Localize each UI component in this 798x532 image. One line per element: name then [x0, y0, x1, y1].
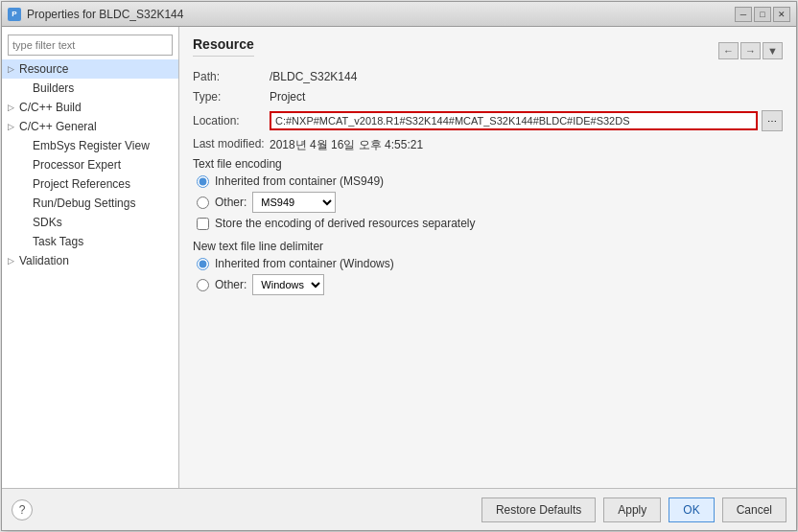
- delimiter-radio2-row: Other: WindowsUnixMac: [193, 274, 783, 295]
- derived-encoding-label: Store the encoding of derived resources …: [215, 217, 476, 230]
- tree-label-proj_refs: Project References: [33, 177, 173, 191]
- tree-label-embsys: EmbSys Register View: [33, 139, 173, 152]
- apply-button[interactable]: Apply: [603, 497, 661, 522]
- ok-button[interactable]: OK: [669, 497, 714, 522]
- tree-arrow-icon: ▷: [8, 122, 19, 131]
- tree-item-task_tags[interactable]: Task Tags: [2, 232, 178, 251]
- nav-row: Resource ← → ▼: [193, 36, 783, 64]
- nav-buttons: ← → ▼: [718, 42, 783, 59]
- footer-right: Restore Defaults Apply OK Cancel: [481, 497, 786, 522]
- location-label: Location:: [193, 114, 270, 127]
- location-row: Location: C:#NXP#MCAT_v2018.R1#S32K144#M…: [193, 110, 783, 131]
- tree-item-run_debug[interactable]: Run/Debug Settings: [2, 194, 178, 213]
- forward-button[interactable]: →: [740, 42, 761, 59]
- tree-label-builders: Builders: [33, 81, 173, 95]
- encoding-select[interactable]: MS949UTF-8UTF-16ISO-8859-1: [252, 192, 336, 213]
- title-bar-left: P Properties for BLDC_S32K144: [8, 8, 183, 21]
- delimiter-section: New text file line delimiter Inherited f…: [193, 240, 783, 299]
- tree-item-builders[interactable]: Builders: [2, 79, 178, 98]
- title-bar: P Properties for BLDC_S32K144 ─ □ ✕: [2, 2, 796, 27]
- left-panel: ▷ResourceBuilders▷C/C++ Build▷C/C++ Gene…: [2, 27, 179, 488]
- encoding-radio1[interactable]: [197, 175, 209, 188]
- tree-label-cpp_build: C/C++ Build: [19, 101, 173, 114]
- dialog-title: Properties for BLDC_S32K144: [27, 8, 183, 21]
- help-button[interactable]: ?: [12, 499, 33, 520]
- encoding-radio1-row: Inherited from container (MS949): [193, 174, 783, 188]
- title-buttons: ─ □ ✕: [735, 7, 790, 22]
- encoding-radio1-label: Inherited from container (MS949): [215, 174, 384, 188]
- tree-arrow-icon: ▷: [8, 64, 19, 74]
- encoding-checkbox-row: Store the encoding of derived resources …: [193, 217, 783, 230]
- tree-arrow-icon: ▷: [8, 103, 19, 112]
- delimiter-radio2-label: Other:: [215, 278, 246, 291]
- tree-item-processor[interactable]: Processor Expert: [2, 155, 178, 174]
- delimiter-radio1-row: Inherited from container (Windows): [193, 257, 783, 270]
- tree-label-run_debug: Run/Debug Settings: [33, 197, 173, 210]
- tree-label-resource: Resource: [19, 62, 173, 76]
- maximize-button[interactable]: □: [754, 7, 771, 22]
- tree-label-processor: Processor Expert: [33, 158, 173, 172]
- delimiter-radio1-label: Inherited from container (Windows): [215, 257, 394, 270]
- location-browse-button[interactable]: ⋯: [762, 110, 783, 131]
- tree-label-validation: Validation: [19, 254, 173, 267]
- encoding-radio2-row: Other: MS949UTF-8UTF-16ISO-8859-1: [193, 192, 783, 213]
- close-button[interactable]: ✕: [773, 7, 790, 22]
- minimize-button[interactable]: ─: [735, 7, 752, 22]
- tree-container: ▷ResourceBuilders▷C/C++ Build▷C/C++ Gene…: [2, 59, 178, 270]
- encoding-section-title: Text file encoding: [193, 157, 783, 171]
- tree-item-proj_refs[interactable]: Project References: [2, 174, 178, 194]
- dialog-icon: P: [8, 8, 21, 21]
- location-value: C:#NXP#MCAT_v2018.R1#S32K144#MCAT_S32K14…: [270, 111, 758, 130]
- last-modified-label: Last modified:: [193, 137, 270, 150]
- tree-item-embsys[interactable]: EmbSys Register View: [2, 136, 178, 155]
- delimiter-select[interactable]: WindowsUnixMac: [252, 274, 324, 295]
- path-value: /BLDC_S32K144: [270, 70, 783, 83]
- cancel-button[interactable]: Cancel: [722, 497, 786, 522]
- dialog-footer: ? Restore Defaults Apply OK Cancel: [2, 488, 796, 530]
- encoding-section: Text file encoding Inherited from contai…: [193, 157, 783, 236]
- delimiter-section-title: New text file line delimiter: [193, 240, 783, 253]
- dropdown-button[interactable]: ▼: [763, 42, 783, 59]
- last-modified-row: Last modified: 2018년 4월 16일 오후 4:55:21: [193, 137, 783, 154]
- filter-input[interactable]: [8, 35, 173, 56]
- tree-arrow-icon: ▷: [8, 256, 19, 266]
- delimiter-radio1[interactable]: [197, 258, 209, 270]
- tree-label-cpp_general: C/C++ General: [19, 120, 173, 133]
- tree-label-sdks: SDKs: [33, 216, 173, 229]
- back-button[interactable]: ←: [718, 42, 739, 59]
- path-label: Path:: [193, 70, 270, 83]
- footer-left: ?: [12, 499, 33, 520]
- restore-defaults-button[interactable]: Restore Defaults: [481, 497, 596, 522]
- type-row: Type: Project: [193, 90, 783, 107]
- last-modified-value: 2018년 4월 16일 오후 4:55:21: [270, 137, 783, 153]
- tree-label-task_tags: Task Tags: [33, 235, 173, 248]
- encoding-radio2-label: Other:: [215, 196, 246, 209]
- tree-item-cpp_build[interactable]: ▷C/C++ Build: [2, 98, 178, 117]
- filter-input-wrap: [2, 31, 178, 59]
- tree-item-resource[interactable]: ▷Resource: [2, 59, 178, 79]
- type-value: Project: [270, 90, 783, 104]
- right-panel: Resource ← → ▼ Path: /BLDC_S32K144 Type:…: [179, 27, 796, 488]
- encoding-radio2[interactable]: [197, 197, 209, 209]
- type-label: Type:: [193, 90, 270, 104]
- section-title: Resource: [193, 36, 254, 57]
- path-row: Path: /BLDC_S32K144: [193, 70, 783, 87]
- tree-item-sdks[interactable]: SDKs: [2, 213, 178, 232]
- derived-encoding-checkbox[interactable]: [197, 218, 209, 230]
- delimiter-radio2[interactable]: [197, 279, 209, 291]
- dialog-body: ▷ResourceBuilders▷C/C++ Build▷C/C++ Gene…: [2, 27, 796, 488]
- tree-item-cpp_general[interactable]: ▷C/C++ General: [2, 117, 178, 136]
- properties-dialog: P Properties for BLDC_S32K144 ─ □ ✕ ▷Res…: [1, 1, 797, 531]
- tree-item-validation[interactable]: ▷Validation: [2, 251, 178, 270]
